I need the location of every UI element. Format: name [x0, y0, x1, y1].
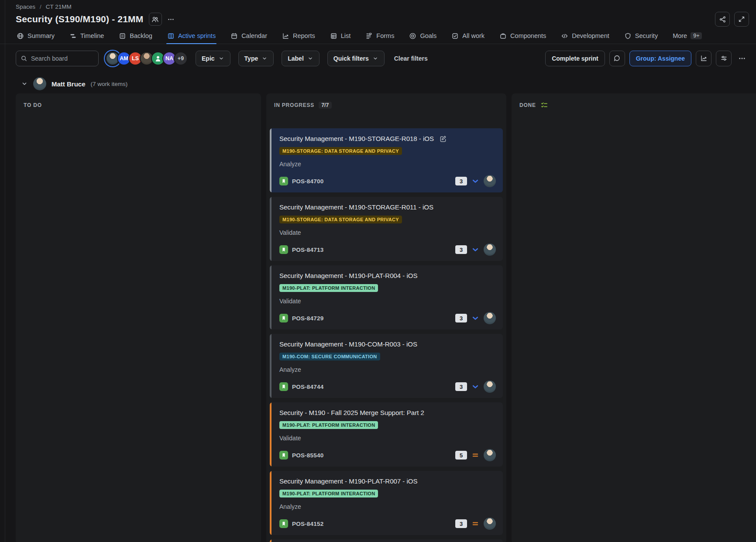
card-key[interactable]: POS-84700: [292, 178, 323, 185]
card[interactable]: Security Management - M190-COM-R003 - iO…: [270, 334, 503, 398]
tab-label: Goals: [420, 32, 436, 39]
tab-all-work[interactable]: All work: [451, 28, 485, 44]
story-type-icon: [279, 382, 288, 391]
assignee-avatar[interactable]: [484, 518, 496, 530]
card-color-bar: [270, 471, 271, 535]
board-people-button[interactable]: [149, 13, 162, 26]
quick-filters-dropdown[interactable]: Quick filters: [327, 51, 385, 66]
card-key[interactable]: POS-85540: [292, 452, 323, 459]
title-more-button[interactable]: [165, 13, 178, 26]
tab-security[interactable]: Security: [624, 28, 658, 44]
column-title: DONE: [519, 102, 536, 108]
tab-label: List: [341, 32, 351, 39]
card[interactable]: [270, 539, 503, 542]
card-key[interactable]: POS-84744: [292, 384, 323, 390]
group-avatar: [33, 77, 46, 90]
view-settings-button[interactable]: [716, 51, 732, 66]
board-more-button[interactable]: [734, 51, 750, 66]
card-key[interactable]: POS-84729: [292, 315, 323, 322]
feedback-button[interactable]: [609, 51, 625, 66]
card-status: Validate: [279, 229, 496, 236]
assignee-avatar[interactable]: [484, 244, 496, 256]
tab-label: Reports: [293, 32, 315, 39]
board-icon: [167, 32, 175, 40]
tab-reports[interactable]: Reports: [282, 28, 315, 44]
card-label-tag[interactable]: M190-COM: SECURE COMMUNICATION: [279, 353, 380, 360]
tab-more[interactable]: More9+: [673, 28, 702, 44]
tab-goals[interactable]: Goals: [409, 28, 436, 44]
card-status: Validate: [279, 435, 496, 442]
bookmark-icon: [281, 178, 287, 184]
globe-icon: [17, 32, 24, 40]
card[interactable]: Security Management - M190-STORAGE-R011 …: [270, 197, 503, 261]
column-todo: TO DO: [16, 93, 261, 542]
tab-components[interactable]: Components: [499, 28, 546, 44]
label-filter-dropdown[interactable]: Label: [282, 51, 320, 66]
card-title[interactable]: Security Management - M190-PLAT-R007 - i…: [279, 477, 418, 486]
card-color-bar: [270, 265, 271, 329]
priority-low-icon: [471, 383, 479, 391]
group-by-assignee-button[interactable]: Group: Assignee: [629, 51, 691, 66]
epic-filter-dropdown[interactable]: Epic: [196, 51, 230, 66]
share-button[interactable]: [715, 12, 730, 27]
clear-filters-button[interactable]: Clear filters: [394, 55, 428, 62]
assignee-avatar[interactable]: [484, 449, 496, 461]
complete-sprint-button[interactable]: Complete sprint: [545, 51, 605, 66]
tab-backlog[interactable]: Backlog: [119, 28, 152, 44]
tab-timeline[interactable]: Timeline: [69, 28, 104, 44]
card[interactable]: Security - M190 - Fall 2025 Merge Suppor…: [270, 402, 503, 467]
avatar-overflow[interactable]: +9: [174, 51, 188, 65]
column-done: DONE: [512, 93, 756, 542]
tab-active-sprints[interactable]: Active sprints: [167, 28, 216, 44]
card-label-tag[interactable]: M190-PLAT: PLATFORM INTERACTION: [279, 284, 378, 292]
tab-development[interactable]: Development: [561, 28, 609, 44]
assignee-avatar[interactable]: [484, 175, 496, 187]
card-title[interactable]: Security Management - M190-COM-R003 - iO…: [279, 340, 417, 349]
edit-icon[interactable]: [439, 135, 447, 143]
dropdown-label: Type: [244, 55, 258, 62]
estimate-badge: 3: [455, 519, 467, 528]
search-board[interactable]: [16, 51, 99, 66]
card[interactable]: Security Management - M190-PLAT-R004 - i…: [270, 265, 503, 329]
tab-label: Summary: [27, 32, 55, 39]
breadcrumb-spaces[interactable]: Spaces: [16, 3, 35, 10]
priority-medium-icon: [471, 451, 479, 459]
breadcrumb-project[interactable]: CT 21MM: [46, 3, 72, 10]
card-label-tag[interactable]: M190-STORAGE: DATA STORAGE AND PRIVACY: [279, 147, 402, 155]
fullscreen-button[interactable]: [734, 12, 749, 27]
card-key[interactable]: POS-84713: [292, 247, 323, 253]
collapse-chevron-icon[interactable]: [21, 80, 28, 87]
priority-medium-icon: [471, 520, 479, 528]
card-title[interactable]: Security Management - M190-PLAT-R004 - i…: [279, 271, 418, 280]
card-key[interactable]: POS-84152: [292, 521, 323, 527]
chevron-down-icon: [261, 55, 268, 62]
card-title[interactable]: Security - M190 - Fall 2025 Merge Suppor…: [279, 408, 424, 417]
tab-calendar[interactable]: Calendar: [230, 28, 267, 44]
card-color-bar: [270, 402, 271, 467]
type-filter-dropdown[interactable]: Type: [238, 51, 274, 66]
card-label-tag[interactable]: M190-PLAT: PLATFORM INTERACTION: [279, 421, 378, 429]
bookmark-icon: [281, 521, 287, 527]
tab-list[interactable]: List: [330, 28, 351, 44]
tab-summary[interactable]: Summary: [17, 28, 55, 44]
card-title[interactable]: Security Management - M190-STORAGE-R018 …: [279, 134, 434, 143]
insights-button[interactable]: [696, 51, 711, 66]
card[interactable]: Security Management - M190-PLAT-R007 - i…: [270, 471, 503, 535]
code-icon: [561, 32, 568, 40]
column-in-progress: IN PROGRESS 7/7 Security Management - M1…: [266, 93, 506, 542]
assignee-avatar[interactable]: [484, 312, 496, 324]
card[interactable]: Security Management - M190-STORAGE-R018 …: [270, 128, 503, 192]
card-color-bar: [270, 539, 271, 542]
bookmark-icon: [281, 452, 287, 458]
dropdown-label: Quick filters: [333, 55, 369, 62]
tab-label: Calendar: [241, 32, 267, 39]
card-label-tag[interactable]: M190-PLAT: PLATFORM INTERACTION: [279, 490, 378, 497]
card-label-tag[interactable]: M190-STORAGE: DATA STORAGE AND PRIVACY: [279, 216, 402, 223]
group-assignee-name: Matt Bruce: [52, 80, 86, 88]
card-title[interactable]: Security Management - M190-STORAGE-R011 …: [279, 203, 433, 212]
column-title: IN PROGRESS: [274, 102, 314, 108]
tab-forms[interactable]: Forms: [365, 28, 394, 44]
assignee-avatar[interactable]: [484, 381, 496, 393]
search-board-input[interactable]: [31, 55, 94, 62]
tab-label: Active sprints: [178, 32, 216, 39]
